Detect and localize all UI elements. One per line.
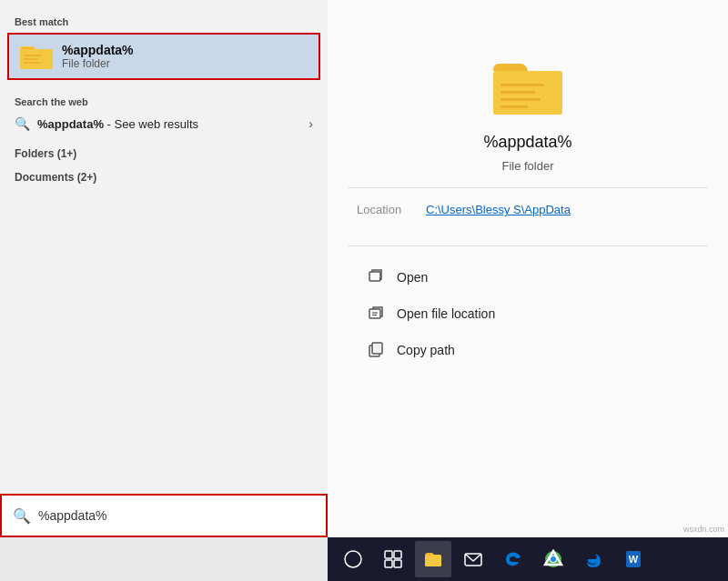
- web-search-section: Search the web 🔍 %appdata% - See web res…: [0, 82, 328, 140]
- location-value[interactable]: C:\Users\Blessy S\AppData: [426, 203, 571, 216]
- cortana-button[interactable]: [335, 541, 371, 577]
- open-action[interactable]: Open: [364, 261, 692, 294]
- search-bar-text[interactable]: %appdata%: [38, 508, 315, 523]
- web-section-label: Search the web: [15, 91, 313, 111]
- svg-rect-19: [394, 551, 401, 558]
- detail-title: %appdata%: [483, 133, 571, 152]
- documents-label: Documents (2+): [0, 164, 328, 187]
- open-label: Open: [397, 270, 428, 285]
- best-match-label: Best match: [0, 11, 328, 31]
- best-match-name: %appdata%: [62, 43, 134, 57]
- detail-actions: Open Open file location Co: [328, 261, 728, 366]
- open-icon: [368, 268, 386, 286]
- best-match-info: %appdata% File folder: [62, 43, 134, 70]
- svg-rect-20: [385, 560, 392, 567]
- svg-rect-12: [500, 105, 528, 108]
- detail-divider: [348, 187, 708, 188]
- word-button[interactable]: W: [615, 541, 652, 577]
- folders-label: Folders (1+): [0, 140, 328, 164]
- task-view-button[interactable]: [375, 541, 411, 577]
- svg-rect-13: [369, 272, 380, 281]
- svg-rect-14: [369, 309, 380, 318]
- open-file-location-label: Open file location: [397, 306, 495, 321]
- location-label: Location: [357, 203, 411, 216]
- detail-icon-area: %appdata% File folder: [483, 55, 571, 173]
- svg-rect-4: [24, 55, 42, 56]
- svg-rect-23: [425, 556, 441, 566]
- detail-info: Location C:\Users\Blessy S\AppData: [328, 203, 728, 231]
- best-match-item[interactable]: %appdata% File folder: [7, 33, 320, 80]
- best-match-type: File folder: [62, 57, 134, 70]
- detail-subtitle: File folder: [501, 159, 553, 173]
- folder-icon-large: [491, 55, 564, 118]
- mail-button[interactable]: [455, 541, 491, 577]
- svg-rect-5: [24, 58, 38, 60]
- copy-path-icon: [368, 341, 386, 359]
- search-web-icon: 🔍: [15, 116, 30, 131]
- svg-rect-6: [24, 62, 40, 64]
- chrome-button[interactable]: [535, 541, 571, 577]
- web-search-item[interactable]: 🔍 %appdata% - See web results ›: [15, 111, 313, 136]
- svg-rect-21: [394, 560, 401, 567]
- detail-location-row: Location C:\Users\Blessy S\AppData: [357, 203, 699, 216]
- svg-point-17: [345, 551, 361, 567]
- web-search-text: %appdata% - See web results: [37, 117, 301, 131]
- search-icon: 🔍: [13, 507, 31, 525]
- watermark: wsxdn.com: [683, 525, 724, 534]
- detail-divider-2: [348, 245, 708, 246]
- edge-legacy-button[interactable]: [495, 541, 531, 577]
- chevron-right-icon: ›: [308, 116, 313, 131]
- svg-rect-9: [500, 84, 544, 86]
- copy-path-action[interactable]: Copy path: [364, 334, 692, 366]
- search-panel: Best match %appdata% File folder: [0, 0, 328, 537]
- file-explorer-button[interactable]: [415, 541, 451, 577]
- svg-point-27: [551, 556, 556, 562]
- svg-rect-11: [500, 98, 541, 101]
- svg-text:W: W: [629, 554, 639, 565]
- search-bar[interactable]: 🔍 %appdata%: [0, 494, 328, 537]
- folder-icon-small: [20, 42, 53, 71]
- taskbar: W: [328, 537, 728, 581]
- web-suffix: - See web results: [104, 117, 198, 131]
- results-area: Best match %appdata% File folder: [0, 0, 328, 537]
- svg-rect-16: [372, 343, 382, 354]
- svg-rect-18: [385, 551, 392, 558]
- svg-rect-10: [500, 91, 535, 94]
- copy-path-label: Copy path: [397, 343, 455, 357]
- open-file-location-action[interactable]: Open file location: [364, 297, 692, 330]
- edge-button[interactable]: [575, 541, 612, 577]
- detail-panel: %appdata% File folder Location C:\Users\…: [328, 0, 728, 537]
- open-file-location-icon: [368, 305, 386, 323]
